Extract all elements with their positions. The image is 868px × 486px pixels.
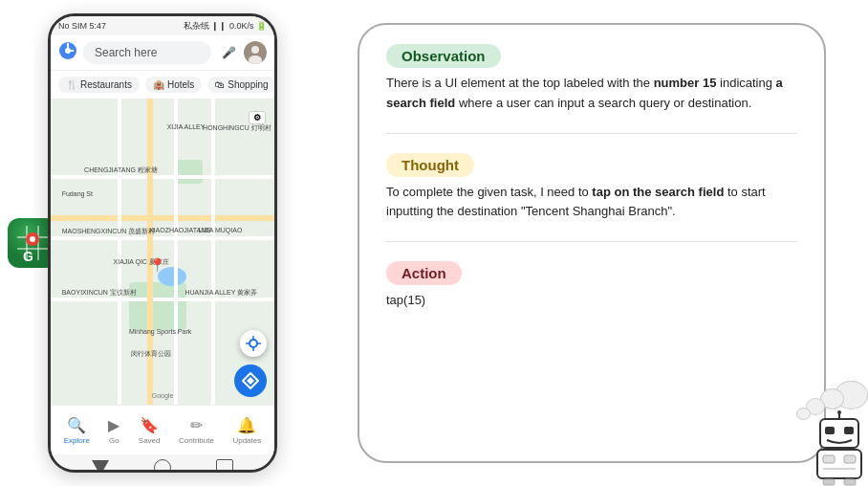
nav-contribute[interactable]: ✏ Contribute xyxy=(179,416,214,445)
map-label-2: HONGHINGCU 灯明村 xyxy=(203,123,271,133)
recents-button[interactable] xyxy=(216,459,233,473)
road-v2 xyxy=(174,99,178,405)
status-icons: 私杂纸 ❙❙ 0.0K/s 🔋 xyxy=(184,20,267,33)
map-label-3: CHENGJIATANG 程家塘 xyxy=(84,166,158,175)
svg-point-22 xyxy=(837,410,841,414)
map-label-park2: 闵行体育公园 xyxy=(131,349,171,359)
svg-point-11 xyxy=(251,46,259,54)
thought-bubble: Observation There is a UI element at the… xyxy=(358,23,826,463)
search-input[interactable]: Search here xyxy=(83,41,211,64)
search-bar[interactable]: Search here 🎤 xyxy=(51,35,274,71)
category-shopping[interactable]: 🛍 Shopping xyxy=(207,77,274,93)
category-hotels[interactable]: 🏨 Hotels xyxy=(145,77,202,93)
status-time: No SIM 5:47 xyxy=(58,21,106,31)
contribute-label: Contribute xyxy=(179,436,214,445)
map-label-9: BAOYIXINCUN 宝仪新村 xyxy=(62,288,137,298)
main-road-h xyxy=(51,215,274,221)
svg-rect-27 xyxy=(823,479,835,485)
phone-container: G No SIM 5:47 私杂纸 ❙❙ 0.0K/s 🔋 Search her… xyxy=(0,0,325,486)
svg-rect-19 xyxy=(825,427,835,434)
search-icons: 🎤 xyxy=(217,41,267,64)
saved-label: Saved xyxy=(139,436,161,445)
map-label-park: Minhang Sports Park xyxy=(129,328,191,335)
map-area[interactable]: XIJIA ALLEY HONGHINGCU 灯明村 CHENGJIATANG … xyxy=(51,99,274,405)
user-avatar[interactable] xyxy=(244,41,267,64)
location-pin: 📍 xyxy=(149,257,165,273)
observation-section: Observation There is a UI element at the… xyxy=(386,44,797,114)
road-v3 xyxy=(211,99,215,405)
my-location-fab[interactable] xyxy=(240,330,267,357)
thought-badge: Thought xyxy=(386,153,474,177)
home-bar xyxy=(51,454,274,473)
content-panel: Observation There is a UI element at the… xyxy=(325,0,868,486)
updates-icon: 🔔 xyxy=(237,416,256,434)
road-h2 xyxy=(51,236,274,240)
park-area xyxy=(129,282,186,330)
svg-rect-28 xyxy=(844,479,856,485)
action-section: Action tap(15) xyxy=(386,261,797,311)
robot-illustration xyxy=(792,381,868,486)
phone-mockup: No SIM 5:47 私杂纸 ❙❙ 0.0K/s 🔋 Search here … xyxy=(48,13,277,473)
thought-text: To complete the given task, I need to ta… xyxy=(386,183,797,223)
mic-icon[interactable]: 🎤 xyxy=(217,41,240,64)
svg-point-13 xyxy=(250,340,257,347)
road-v1 xyxy=(118,99,121,405)
google-attribution: Google xyxy=(152,392,174,399)
go-icon: ▶ xyxy=(108,416,119,434)
road-h1 xyxy=(51,175,274,179)
navigate-fab[interactable] xyxy=(234,364,267,397)
explore-label: Explore xyxy=(64,436,90,445)
nav-go[interactable]: ▶ Go xyxy=(108,416,119,445)
robot-svg xyxy=(806,409,868,486)
go-label: Go xyxy=(109,436,119,445)
observation-text: There is a UI element at the top labeled… xyxy=(386,74,797,114)
saved-icon: 🔖 xyxy=(140,416,159,434)
map-label-1: XIJIA ALLEY xyxy=(167,123,206,130)
action-command: tap(15) xyxy=(386,291,797,311)
hotel-icon: 🏨 xyxy=(153,79,164,90)
svg-rect-20 xyxy=(844,427,854,434)
back-button[interactable] xyxy=(92,460,109,473)
zoom-badge: ⚙ xyxy=(249,111,266,124)
maps-logo xyxy=(58,41,77,64)
thought-section: Thought To complete the given task, I ne… xyxy=(386,153,797,223)
svg-rect-25 xyxy=(844,455,856,463)
action-badge: Action xyxy=(386,261,462,285)
svg-rect-23 xyxy=(817,450,861,478)
category-row: 🍴 Restaurants 🏨 Hotels 🛍 Shopping xyxy=(51,71,274,99)
nav-explore[interactable]: 🔍 Explore xyxy=(64,416,90,445)
map-label-4: Fudang St xyxy=(62,190,93,197)
nav-saved[interactable]: 🔖 Saved xyxy=(139,416,161,445)
svg-point-9 xyxy=(65,48,71,54)
divider-1 xyxy=(386,133,797,134)
map-label-5: MAOSHENGXINCUN 茂盛新村 xyxy=(62,227,156,236)
road-h3 xyxy=(51,298,274,301)
divider-2 xyxy=(386,241,797,242)
svg-text:G: G xyxy=(23,249,33,264)
green-area-2 xyxy=(174,160,203,184)
nav-updates[interactable]: 🔔 Updates xyxy=(232,416,261,445)
shopping-icon: 🛍 xyxy=(215,79,225,90)
map-label-10: HUANJIA ALLEY 黄家弄 xyxy=(184,288,257,298)
map-label-7: LIJIA MUQIAO xyxy=(198,227,242,233)
observation-badge: Observation xyxy=(386,44,501,68)
bottom-nav: 🔍 Explore ▶ Go 🔖 Saved ✏ Contribute 🔔 Up… xyxy=(51,405,274,454)
svg-rect-24 xyxy=(823,455,835,463)
status-bar: No SIM 5:47 私杂纸 ❙❙ 0.0K/s 🔋 xyxy=(51,16,274,35)
svg-point-6 xyxy=(30,236,35,242)
updates-label: Updates xyxy=(232,436,261,445)
home-button[interactable] xyxy=(154,459,171,473)
contribute-icon: ✏ xyxy=(190,416,203,434)
search-text: Search here xyxy=(95,46,157,59)
restaurant-icon: 🍴 xyxy=(66,79,77,90)
category-restaurants[interactable]: 🍴 Restaurants xyxy=(58,77,140,93)
explore-icon: 🔍 xyxy=(67,416,86,434)
